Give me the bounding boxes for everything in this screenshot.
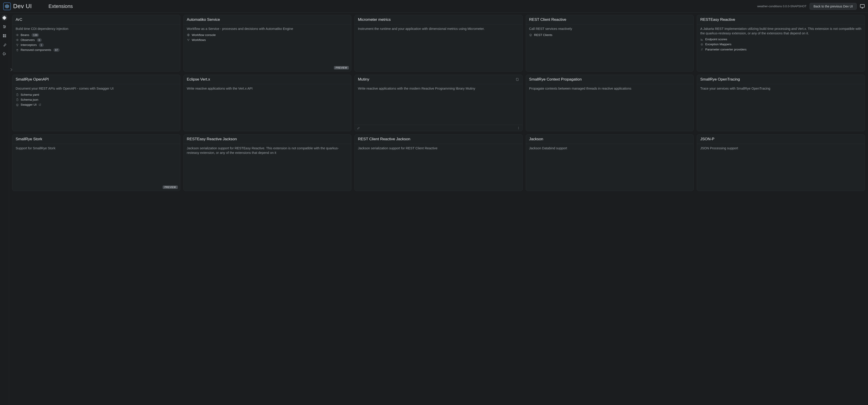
count-badge: 6	[37, 38, 41, 42]
card-body: JSON Processing support	[697, 144, 865, 191]
card-link[interactable]: Removed components87	[16, 48, 177, 52]
card-description: Write reactive applications with the Ver…	[187, 87, 348, 91]
card-header: Automatiko Service	[184, 15, 351, 25]
nav-endpoints[interactable]	[2, 51, 7, 57]
card-link[interactable]: Exception Mappers	[700, 42, 862, 46]
count-badge: 139	[31, 33, 39, 37]
card-body: Jackson Databind support	[526, 144, 693, 191]
extension-card[interactable]: SmallRye StorkSupport for SmallRye Stork…	[12, 134, 180, 191]
card-title: Eclipse Vert.x	[187, 77, 210, 82]
card-header: Eclipse Vert.x	[184, 75, 351, 84]
layers-icon	[529, 33, 532, 37]
card-description: A Jakarta REST implementation utilizing …	[700, 27, 862, 36]
page-title: Extensions	[49, 3, 73, 9]
svg-marker-0	[5, 4, 9, 8]
card-link-label: REST Clients	[534, 33, 553, 37]
card-header: Mutiny	[355, 75, 522, 84]
card-link[interactable]: Swagger UI	[16, 103, 177, 107]
card-description: Call REST services reactively	[529, 27, 690, 31]
svg-point-9	[4, 27, 4, 28]
card-description: Jackson serialization support for RESTEa…	[187, 146, 348, 155]
monitor-icon[interactable]	[860, 4, 865, 9]
card-link[interactable]: Interceptors1	[16, 43, 177, 47]
extension-card[interactable]: Eclipse Vert.xWrite reactive application…	[184, 75, 351, 131]
extension-card[interactable]: JacksonJackson Databind support	[526, 134, 694, 191]
extension-card[interactable]: REST Client ReactiveCall REST services r…	[526, 15, 694, 71]
nav-build[interactable]	[2, 33, 7, 38]
card-body: Workflow as a Service - processes and de…	[184, 25, 351, 71]
card-description: Support for SmallRye Stork	[16, 146, 177, 151]
extension-card[interactable]: ArCBuild time CDI dependency injectionBe…	[12, 15, 180, 71]
extension-card[interactable]: RESTEasy ReactiveA Jakarta REST implemen…	[697, 15, 865, 71]
edit-icon[interactable]	[357, 127, 360, 130]
extension-card[interactable]: SmallRye OpenTracingTrace your services …	[697, 75, 865, 131]
card-title: JSON-P	[700, 137, 714, 141]
card-link[interactable]: Parameter converter providers	[700, 47, 862, 52]
extension-card[interactable]: REST Client Reactive JacksonJackson seri…	[354, 134, 523, 191]
card-header: SmallRye OpenTracing	[697, 75, 865, 84]
card-title: REST Client Reactive Jackson	[358, 137, 410, 141]
swap-icon	[700, 48, 703, 51]
card-body: Trace your services with SmallRye OpenTr…	[697, 84, 865, 131]
card-body: Propagate contexts between managed threa…	[526, 84, 693, 131]
card-header: REST Client Reactive	[526, 15, 693, 25]
extension-card[interactable]: JSON-PJSON Processing support	[697, 134, 865, 191]
layers-icon	[16, 103, 19, 106]
card-description: Document your REST APIs with OpenAPI - c…	[16, 87, 177, 91]
nav-config[interactable]	[2, 24, 7, 29]
card-description: Trace your services with SmallRye OpenTr…	[700, 87, 862, 91]
card-body: Instrument the runtime and your applicat…	[355, 25, 522, 71]
svg-point-7	[3, 25, 4, 26]
extension-card[interactable]: MutinyWrite reactive applications with t…	[354, 75, 523, 131]
card-link[interactable]: Observers6	[16, 38, 177, 42]
extension-card[interactable]: Micrometer metricsInstrument the runtime…	[354, 15, 523, 71]
card-link[interactable]: Endpoint scores	[700, 37, 862, 41]
card-link[interactable]: Workflow console	[187, 33, 348, 37]
back-to-previous-button[interactable]: Back to the previous Dev UI	[810, 3, 857, 10]
eye-icon	[16, 33, 19, 37]
card-link-label: Schema yaml	[21, 93, 39, 97]
card-title: RESTEasy Reactive	[700, 18, 735, 22]
brand[interactable]: Dev UI	[3, 2, 46, 10]
chart-icon	[700, 38, 703, 41]
card-title: Micrometer metrics	[358, 18, 391, 22]
card-link[interactable]: Schema json	[16, 98, 177, 102]
card-description: Jackson Databind support	[529, 146, 690, 151]
card-header: RESTEasy Reactive Jackson	[184, 135, 351, 144]
card-link[interactable]: Schema yaml	[16, 93, 177, 97]
nav-tools[interactable]	[2, 42, 7, 47]
card-title: Automatiko Service	[187, 18, 220, 22]
book-icon[interactable]	[516, 78, 519, 81]
card-header: REST Client Reactive Jackson	[355, 135, 522, 144]
card-header: SmallRye OpenAPI	[12, 75, 180, 84]
preview-badge: PREVIEW	[163, 185, 178, 189]
card-link[interactable]: Beans139	[16, 33, 177, 37]
preview-badge: PREVIEW	[334, 66, 349, 69]
kebab-icon[interactable]	[517, 127, 520, 130]
card-header: SmallRye Stork	[12, 135, 180, 144]
extension-card[interactable]: Automatiko ServiceWorkflow as a Service …	[184, 15, 351, 71]
svg-point-8	[5, 27, 5, 27]
card-title: SmallRye Context Propagation	[529, 77, 582, 82]
card-footer	[355, 125, 522, 131]
card-header: JSON-P	[697, 135, 865, 144]
card-body: Jackson serialization support for REST C…	[355, 144, 522, 191]
file-icon	[16, 98, 19, 101]
extension-card[interactable]: RESTEasy Reactive JacksonJackson seriali…	[184, 134, 351, 191]
eye-icon	[16, 38, 19, 42]
card-link[interactable]: REST Clients	[529, 33, 690, 37]
card-body: A Jakarta REST implementation utilizing …	[697, 25, 865, 71]
card-description: Instrument the runtime and your applicat…	[358, 27, 519, 31]
svg-rect-1	[860, 4, 864, 7]
card-link-label: Beans	[21, 33, 29, 37]
filter-icon	[16, 43, 19, 46]
extension-card[interactable]: SmallRye OpenAPIDocument your REST APIs …	[12, 75, 180, 131]
nav-extensions[interactable]	[2, 15, 7, 20]
extension-card[interactable]: SmallRye Context PropagationPropagate co…	[526, 75, 694, 131]
file-icon	[16, 93, 19, 96]
card-link-label: Parameter converter providers	[705, 47, 746, 52]
card-link[interactable]: Workflows	[187, 38, 348, 42]
card-link-label: Removed components	[21, 48, 51, 52]
card-body: Support for SmallRye Stork	[12, 144, 180, 191]
card-title: REST Client Reactive	[529, 18, 566, 22]
